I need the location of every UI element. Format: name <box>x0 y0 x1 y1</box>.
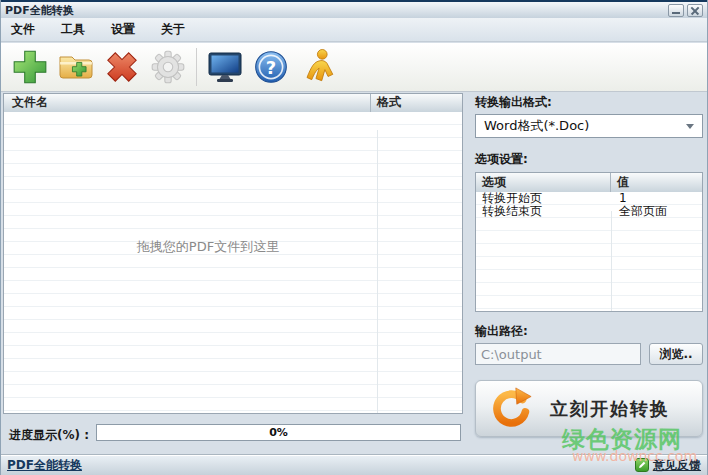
option-value[interactable]: 全部页面 <box>611 205 702 218</box>
app-homepage-link[interactable]: PDF全能转换 <box>7 457 82 474</box>
output-path-input[interactable] <box>475 343 641 365</box>
option-name: 转换结束页 <box>476 205 611 218</box>
refresh-icon <box>488 386 534 432</box>
file-list-panel: 文件名 格式 拖拽您的PDF文件到这里 <box>3 93 463 414</box>
progress-value: 0% <box>97 425 460 440</box>
output-format-value: Word格式(*.Doc) <box>484 117 589 135</box>
monitor-button[interactable] <box>202 45 248 89</box>
start-convert-button[interactable]: 立刻开始转换 <box>475 380 703 437</box>
column-divider <box>377 130 378 413</box>
progress-bar: 0% <box>96 424 461 441</box>
output-format-select[interactable]: Word格式(*.Doc) <box>475 114 703 138</box>
add-folder-button[interactable] <box>53 45 99 89</box>
menu-tools[interactable]: 工具 <box>61 21 85 38</box>
start-convert-label: 立刻开始转换 <box>550 397 670 421</box>
feedback-link[interactable]: 意见反馈 <box>653 457 701 474</box>
add-file-icon <box>11 48 49 86</box>
column-header-option[interactable]: 选项 <box>476 173 611 192</box>
window-controls <box>668 4 703 17</box>
svg-text:?: ? <box>266 57 276 78</box>
remove-file-button[interactable] <box>99 45 145 89</box>
options-table-header: 选项 值 <box>476 173 702 193</box>
options-table-body: 转换开始页 1 转换结束页 全部页面 <box>476 192 702 311</box>
help-button[interactable]: ? <box>248 45 294 89</box>
settings-button[interactable] <box>145 45 191 89</box>
menu-bar: 文件 工具 设置 关于 <box>1 18 707 42</box>
menu-about[interactable]: 关于 <box>161 21 185 38</box>
add-file-button[interactable] <box>7 45 53 89</box>
column-header-filename[interactable]: 文件名 <box>4 94 371 112</box>
browse-button-label: 浏览.. <box>659 346 692 363</box>
runner-button[interactable] <box>294 45 340 89</box>
title-bar: PDF全能转换 <box>1 0 707 18</box>
toolbar: ? <box>1 43 707 92</box>
file-drop-zone[interactable]: 拖拽您的PDF文件到这里 <box>4 112 462 413</box>
window-title: PDF全能转换 <box>5 3 74 18</box>
options-table: 选项 值 转换开始页 1 转换结束页 全部页面 <box>475 172 703 312</box>
settings-panel: 转换输出格式: Word格式(*.Doc) 选项设置: 选项 值 转换开始页 1… <box>471 93 707 445</box>
option-row-end-page[interactable]: 转换结束页 全部页面 <box>476 205 702 218</box>
help-icon: ? <box>252 48 290 86</box>
output-format-label: 转换输出格式: <box>475 94 552 111</box>
close-icon <box>688 5 702 16</box>
add-folder-icon <box>56 48 96 86</box>
toolbar-separator <box>196 48 197 86</box>
runner-icon <box>298 47 336 87</box>
chevron-down-icon <box>686 124 694 129</box>
column-header-value[interactable]: 值 <box>611 173 702 192</box>
drop-hint-text: 拖拽您的PDF文件到这里 <box>4 238 412 256</box>
minimize-button[interactable] <box>668 4 684 17</box>
status-bar: PDF全能转换 意见反馈 <box>1 454 707 475</box>
column-header-format[interactable]: 格式 <box>371 94 462 112</box>
browse-button[interactable]: 浏览.. <box>649 343 703 365</box>
app-window: PDF全能转换 文件 工具 设置 关于 <box>0 0 708 475</box>
feedback-group[interactable]: 意见反馈 <box>635 457 701 474</box>
pencil-icon <box>635 458 649 472</box>
options-column-divider <box>611 211 612 311</box>
options-label: 选项设置: <box>475 151 528 168</box>
file-list-header: 文件名 格式 <box>4 94 462 113</box>
remove-file-icon <box>103 48 141 86</box>
settings-gear-icon <box>149 48 187 86</box>
close-button[interactable] <box>687 4 703 17</box>
menu-file[interactable]: 文件 <box>11 21 35 38</box>
progress-label: 进度显示(%) : <box>9 427 89 444</box>
monitor-icon <box>205 48 245 86</box>
menu-settings[interactable]: 设置 <box>111 21 135 38</box>
minimize-icon <box>672 12 680 14</box>
output-path-label: 输出路径: <box>475 323 528 340</box>
